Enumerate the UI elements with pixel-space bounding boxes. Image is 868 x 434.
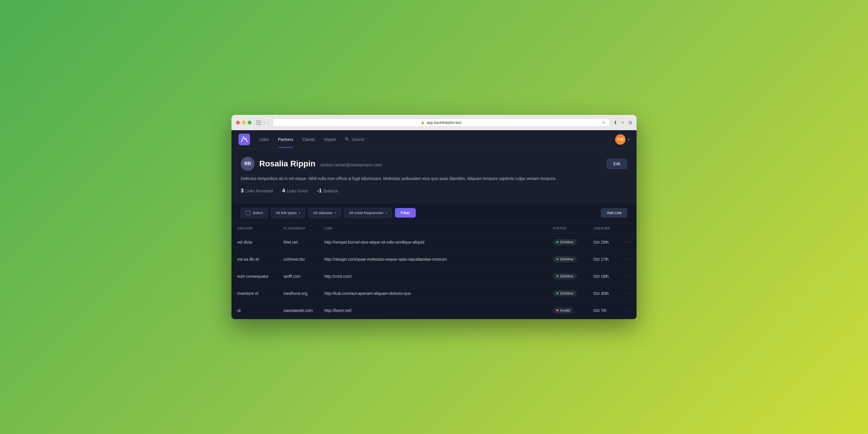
search-icon: 🔍 bbox=[345, 137, 350, 142]
table-body: vel dicta thiel.net http://rempel.biz/ve… bbox=[231, 234, 637, 319]
user-dropdown-arrow[interactable]: ▾ bbox=[628, 137, 629, 142]
browser-chrome: ‹ › 🔒 app.backlinkpilot.test ↻ ⬆ ＋ ⧉ bbox=[231, 115, 637, 130]
filter-button[interactable]: Filter bbox=[395, 208, 416, 218]
balance-stat: -1 Balance bbox=[317, 188, 338, 194]
cell-status: Dofollow bbox=[547, 234, 588, 251]
share-icon[interactable]: ⬆ bbox=[613, 120, 617, 125]
cell-anchor: eum consequatur bbox=[231, 268, 278, 285]
row-more-button[interactable]: ··· bbox=[625, 257, 631, 261]
partner-bio: Delectus temporibus ab in vel neque. Nih… bbox=[241, 175, 559, 182]
column-created: CREATED bbox=[588, 223, 619, 234]
cell-link: http://crist.com/ bbox=[318, 268, 547, 285]
balance-count: -1 bbox=[317, 188, 322, 194]
address-bar[interactable]: 🔒 app.backlinkpilot.test ↻ bbox=[273, 118, 610, 127]
cell-placement: wolff.com bbox=[278, 268, 318, 285]
cell-anchor: est ea illo et bbox=[231, 251, 278, 268]
statuses-dropdown[interactable]: All statuses ▾ bbox=[308, 208, 341, 218]
links-given-label: Links Given bbox=[287, 189, 308, 193]
column-link: LINK bbox=[318, 223, 547, 234]
cell-status: Dofollow bbox=[547, 285, 588, 302]
balance-label: Balance bbox=[323, 189, 338, 193]
nav-clients-item[interactable]: Clients bbox=[303, 131, 315, 148]
crawl-frequencies-dropdown[interactable]: All crawl frequencies ▾ bbox=[344, 208, 392, 218]
add-link-button[interactable]: Add Link bbox=[601, 208, 627, 218]
cell-created: Oct 30th bbox=[588, 285, 619, 302]
filter-bar: Select All link types ▾ All statuses ▾ A… bbox=[231, 203, 637, 223]
partner-avatar: RR bbox=[241, 157, 255, 171]
new-tab-icon[interactable]: ＋ bbox=[621, 120, 625, 126]
sidebar-toggle-button[interactable] bbox=[256, 121, 261, 125]
chevron-down-icon: ▾ bbox=[335, 211, 336, 214]
select-button[interactable]: Select bbox=[241, 208, 268, 218]
nav-links: Links Partners Clients Import 🔍 Search bbox=[259, 131, 615, 148]
cell-actions: ··· bbox=[619, 285, 637, 302]
row-more-button[interactable]: ··· bbox=[625, 274, 631, 279]
nav-partners-item[interactable]: Partners bbox=[278, 131, 293, 148]
svg-rect-0 bbox=[239, 134, 250, 145]
nav-import-item[interactable]: Import bbox=[324, 131, 336, 148]
lock-icon: 🔒 bbox=[421, 121, 425, 124]
cell-created: Oct 18th bbox=[588, 268, 619, 285]
status-badge: Dofollow bbox=[553, 290, 577, 297]
minimize-window-button[interactable] bbox=[242, 121, 246, 124]
cell-anchor: vel dicta bbox=[231, 234, 278, 251]
partner-header: RR Rosalia Rippin stokes.rachel@stiedema… bbox=[231, 149, 637, 203]
cell-actions: ··· bbox=[619, 234, 637, 251]
close-window-button[interactable] bbox=[236, 121, 240, 124]
status-badge: Dofollow bbox=[553, 273, 577, 279]
cell-anchor: inventore et bbox=[231, 285, 278, 302]
back-button[interactable]: ‹ bbox=[264, 120, 265, 125]
cell-status: Dofollow bbox=[547, 268, 588, 285]
cell-link: http://kub.com/aut-aperiam-aliquam-dolor… bbox=[318, 285, 547, 302]
column-placement: PLACEMENT bbox=[278, 223, 318, 234]
partner-stats: 3 Links Received 4 Links Given -1 Balanc… bbox=[241, 188, 627, 194]
cell-link: http://borer.net/ bbox=[318, 302, 547, 319]
table-row[interactable]: est ea illo et schinner.biz http://reing… bbox=[231, 251, 637, 268]
browser-window: ‹ › 🔒 app.backlinkpilot.test ↻ ⬆ ＋ ⧉ bbox=[231, 115, 637, 319]
partner-email: stokes.rachel@stiedemann.com bbox=[320, 162, 382, 167]
edit-partner-button[interactable]: Edit bbox=[607, 159, 627, 169]
links-given-count: 4 bbox=[282, 188, 285, 194]
row-more-button[interactable]: ··· bbox=[625, 240, 631, 245]
status-badge: Dofollow bbox=[553, 239, 577, 245]
browser-actions: ⬆ ＋ ⧉ bbox=[613, 120, 632, 126]
nav-right: CW ▾ bbox=[615, 134, 629, 145]
row-more-button[interactable]: ··· bbox=[625, 291, 631, 296]
nav-search-item[interactable]: 🔍 Search bbox=[345, 137, 364, 142]
table-row[interactable]: inventore et medhurst.org http://kub.com… bbox=[231, 285, 637, 302]
column-actions bbox=[619, 223, 637, 234]
cell-placement: swaniawski.com bbox=[278, 302, 318, 319]
links-given-stat: 4 Links Given bbox=[282, 188, 308, 194]
app-nav: Links Partners Clients Import 🔍 Search C… bbox=[231, 130, 637, 149]
links-table: ANCHOR PLACEMENT LINK STATUS CREATED vel… bbox=[231, 223, 637, 319]
cell-actions: ··· bbox=[619, 251, 637, 268]
user-avatar[interactable]: CW bbox=[615, 134, 625, 145]
link-types-dropdown[interactable]: All link types ▾ bbox=[271, 208, 305, 218]
reload-icon[interactable]: ↻ bbox=[602, 120, 606, 125]
column-anchor: ANCHOR bbox=[231, 223, 278, 234]
svg-point-1 bbox=[243, 136, 245, 138]
status-dot bbox=[556, 309, 558, 311]
chevron-down-icon: ▾ bbox=[386, 211, 387, 214]
tabs-icon[interactable]: ⧉ bbox=[629, 120, 632, 125]
cell-status: Invalid bbox=[547, 302, 588, 319]
table-row[interactable]: ut swaniawski.com http://borer.net/ Inva… bbox=[231, 302, 637, 319]
maximize-window-button[interactable] bbox=[248, 121, 251, 124]
app-logo bbox=[239, 134, 250, 145]
status-badge: Dofollow bbox=[553, 256, 577, 262]
forward-button[interactable]: › bbox=[267, 120, 269, 125]
table-row[interactable]: eum consequatur wolff.com http://crist.c… bbox=[231, 268, 637, 285]
nav-links-item[interactable]: Links bbox=[259, 131, 269, 148]
cell-placement: schinner.biz bbox=[278, 251, 318, 268]
table-row[interactable]: vel dicta thiel.net http://rempel.biz/ve… bbox=[231, 234, 637, 251]
partner-name: Rosalia Rippin bbox=[259, 159, 315, 168]
table-header: ANCHOR PLACEMENT LINK STATUS CREATED bbox=[231, 223, 637, 234]
browser-controls: ‹ › bbox=[256, 120, 269, 125]
status-dot bbox=[556, 275, 558, 277]
partner-info-row: RR Rosalia Rippin stokes.rachel@stiedema… bbox=[241, 157, 627, 171]
cell-actions: ··· bbox=[619, 268, 637, 285]
cell-anchor: ut bbox=[231, 302, 278, 319]
url-text: app.backlinkpilot.test bbox=[427, 120, 462, 125]
row-more-button[interactable]: ··· bbox=[625, 308, 631, 313]
partner-name-group: Rosalia Rippin stokes.rachel@stiedemann.… bbox=[259, 159, 382, 168]
